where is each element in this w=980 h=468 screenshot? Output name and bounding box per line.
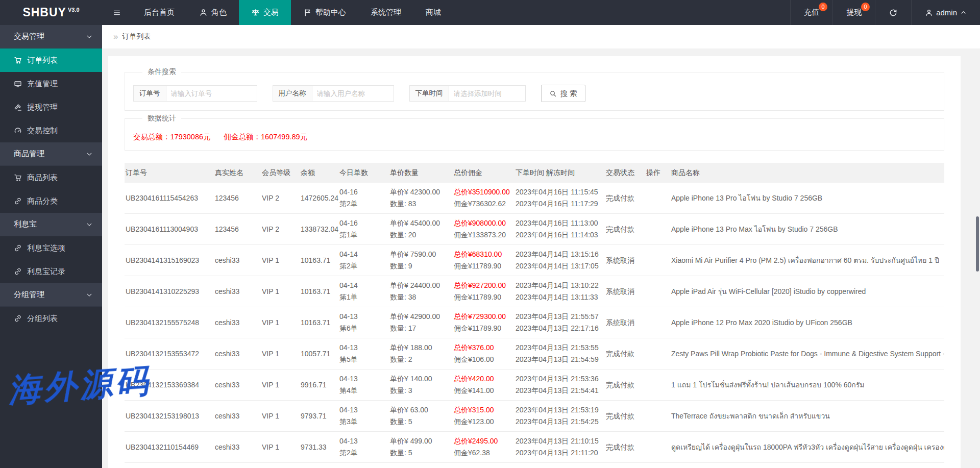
top-menu-item[interactable]: 交易 (239, 0, 291, 25)
cell-balance: 9613.53 (300, 463, 338, 468)
username: admin (936, 8, 957, 17)
cell-order-no: UB2304132153369384 (125, 370, 214, 401)
top-menu-item[interactable]: 后台首页 (132, 0, 187, 25)
cell-product: กางเกงเดินป่า ขาสั้น S.ARCHON ผ้าแห้งเร็… (670, 463, 944, 468)
cell-product: Apple iPhone 13 Pro Max ไอโฟน by Studio … (670, 214, 944, 245)
cell-vip-level: VIP 1 (261, 276, 300, 307)
cell-product: 1 แถม 1 โปรโมชั่นส่งฟรีทั้งร้าน! ปลาเส้น… (670, 370, 944, 401)
sidebar-item[interactable]: 利息宝选项 (0, 236, 102, 260)
cell-balance: 1338732.04 (300, 214, 338, 245)
top-menu-item[interactable]: 角色 (187, 0, 239, 25)
cell-price-qty: 单价¥ 188.00数量: 2 (389, 338, 453, 370)
recharge-button[interactable]: 充值 0 (790, 0, 832, 25)
cell-total-commission: 总价¥908000.00佣金¥133873.20 (453, 214, 514, 245)
search-field-input[interactable] (312, 85, 394, 102)
cell-total-commission: 总价¥376.00佣金¥106.00 (453, 338, 514, 370)
search-field-input[interactable] (449, 85, 526, 102)
sidebar-item-label: 商品列表 (27, 173, 58, 183)
cell-operation (645, 307, 670, 338)
user-menu[interactable]: admin (911, 0, 980, 25)
sidebar-item[interactable]: 交易控制 (0, 119, 102, 142)
search-fieldset: 条件搜索 订单号用户名称下单时间 搜 索 (125, 67, 944, 111)
cell-vip-level: VIP 2 (261, 183, 300, 214)
sidebar-group[interactable]: 利息宝 (0, 213, 102, 236)
i-gauge-icon (14, 127, 22, 135)
cell-total-commission: 总价¥927200.00佣金¥11789.90 (453, 276, 514, 307)
cell-operation (645, 338, 670, 370)
column-header: 会员等级 (261, 163, 300, 183)
withdraw-button[interactable]: 提现 0 (832, 0, 875, 25)
app-logo: SHBUY V3.0 (0, 0, 102, 25)
search-field-label: 下单时间 (409, 85, 449, 102)
top-menu-item[interactable]: 帮助中心 (291, 0, 358, 25)
cell-real-name: ceshi33 (214, 276, 261, 307)
cell-today-count: 04-14第1单 (338, 276, 389, 307)
table-body: UB2304161115454263123456VIP 21472605.240… (125, 183, 944, 468)
cell-balance: 1472605.24 (300, 183, 338, 214)
cell-balance: 9731.33 (300, 432, 338, 463)
cell-operation (645, 245, 670, 276)
sidebar-item[interactable]: 利息宝记录 (0, 260, 102, 283)
cell-operation (645, 214, 670, 245)
cell-order-no: UB2304161115454263 (125, 183, 214, 214)
cell-real-name: ceshi33 (214, 338, 261, 370)
sidebar-group[interactable]: 分组管理 (0, 283, 102, 307)
column-header: 余额 (300, 163, 338, 183)
table-row: UB2304141310225293ceshi33VIP 110163.7104… (125, 276, 944, 307)
cell-times: 2023年04月16日 11:15:452023年04月16日 11:17:29 (514, 183, 605, 214)
search-field: 订单号 (133, 85, 257, 102)
chevron-down-icon (86, 291, 93, 299)
cell-product: TheTerrace ถังขยะพลาสติก ขนาดเล็ก สำหรับ… (670, 401, 944, 432)
cell-balance: 9916.71 (300, 370, 338, 401)
cell-price-qty: 单价¥ 7590.00数量: 9 (389, 245, 453, 276)
i-link-icon (14, 197, 22, 205)
cell-status: 系统取消 (605, 245, 645, 276)
cell-order-no: UB2304141310225293 (125, 276, 214, 307)
cell-balance: 10163.71 (300, 276, 338, 307)
commission-total-value: 1607499.89元 (261, 133, 307, 141)
cell-product: Apple iPhone 13 Pro ไอโฟน by Studio 7 25… (670, 183, 944, 214)
menu-toggle-button[interactable] (102, 0, 132, 25)
table-row: UB2304132153369384ceshi33VIP 19916.7104-… (125, 370, 944, 401)
cell-vip-level: VIP 1 (261, 401, 300, 432)
chevron-up-icon (960, 9, 967, 16)
stats-fieldset: 数据统计 交易总额：17930086元佣金总额：1607499.89元 (125, 114, 944, 151)
table-row: UB2304132155575248ceshi33VIP 110163.7104… (125, 307, 944, 338)
refresh-button[interactable] (875, 0, 911, 25)
breadcrumb-label: 订单列表 (122, 32, 151, 41)
top-menu-item-label: 系统管理 (371, 8, 401, 17)
cell-real-name: ceshi33 (214, 370, 261, 401)
sidebar-item[interactable]: 充值管理 (0, 72, 102, 95)
breadcrumb: » 订单列表 (102, 25, 980, 48)
top-menu-item[interactable]: 商城 (413, 0, 453, 25)
search-button[interactable]: 搜 索 (541, 85, 585, 102)
sidebar-item[interactable]: 提现管理 (0, 95, 102, 119)
sidebar-item[interactable]: 商品分类 (0, 189, 102, 213)
cell-status: 完成付款 (605, 432, 645, 463)
cell-price-qty: 单价¥ 499.00数量: 5 (389, 432, 453, 463)
sidebar-group[interactable]: 商品管理 (0, 142, 102, 166)
search-field-input[interactable] (166, 85, 257, 102)
scrollbar[interactable] (976, 216, 979, 272)
sidebar-menu: 交易管理订单列表充值管理提现管理交易控制商品管理商品列表商品分类利息宝利息宝选项… (0, 25, 102, 330)
sidebar-item-label: 利息宝记录 (27, 267, 65, 277)
i-scales-icon (251, 8, 260, 17)
chevron-down-icon (86, 151, 93, 158)
cell-real-name: ceshi33 (214, 432, 261, 463)
main-area: » 订单列表 条件搜索 订单号用户名称下单时间 搜 索 数据统计 (102, 25, 980, 468)
cell-today-count: 04-16第2单 (338, 183, 389, 214)
cell-total-commission: 总价¥68310.00佣金¥11789.90 (453, 245, 514, 276)
cell-total-commission: 总价¥315.00佣金¥123.00 (453, 401, 514, 432)
sidebar-item[interactable]: 订单列表 (0, 48, 102, 72)
table-row: UB2304132106562365ceshi33VIP 19613.5304-… (125, 463, 944, 468)
search-button-label: 搜 索 (560, 89, 577, 98)
recharge-badge: 0 (819, 3, 827, 11)
table-row: UB2304141315169023ceshi33VIP 110163.7104… (125, 245, 944, 276)
sidebar-item[interactable]: 商品列表 (0, 166, 102, 189)
sidebar-item[interactable]: 分组列表 (0, 307, 102, 330)
top-menu-item[interactable]: 系统管理 (358, 0, 413, 25)
sidebar-group[interactable]: 交易管理 (0, 25, 102, 48)
search-legend: 条件搜索 (142, 67, 181, 77)
cell-price-qty: 单价¥ 589.00数量: 8 (389, 463, 453, 468)
cell-operation (645, 432, 670, 463)
